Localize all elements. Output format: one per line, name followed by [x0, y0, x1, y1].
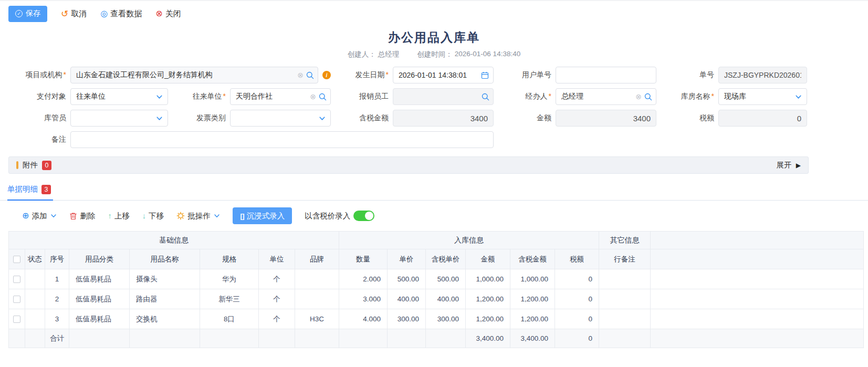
pay-target-select[interactable]	[70, 88, 168, 105]
pay-target-label: 支付对象	[8, 92, 70, 101]
cell-qty[interactable]: 2.000	[339, 269, 388, 289]
triangle-right-icon: ▶	[796, 162, 801, 169]
cell-row-remark[interactable]	[599, 269, 651, 289]
chevron-down-icon[interactable]	[795, 93, 802, 100]
required-asterisk: *	[64, 70, 66, 79]
cell-name[interactable]: 交换机	[130, 309, 200, 329]
remark-input[interactable]	[70, 131, 494, 148]
cell-spec[interactable]: 新华三	[200, 289, 259, 309]
save-label: 保存	[26, 9, 40, 18]
cell-tax-amount[interactable]: 1,200.00	[510, 289, 555, 309]
col-qty: 数量	[339, 249, 388, 269]
info-icon[interactable]: i	[322, 71, 331, 79]
cell-price[interactable]: 500.00	[388, 269, 426, 289]
cell-amount[interactable]: 1,200.00	[466, 309, 510, 329]
keeper-field-cell: 库管员	[8, 110, 168, 127]
cell-category[interactable]: 低值易耗品	[69, 269, 130, 289]
cell-spec[interactable]: 8口	[200, 309, 259, 329]
cell-row-remark[interactable]	[599, 289, 651, 309]
cell-brand[interactable]	[295, 269, 339, 289]
detail-count-badge: 3	[41, 185, 51, 194]
save-button[interactable]: ✓ 保存	[8, 6, 47, 22]
user-no-input[interactable]	[556, 67, 656, 83]
row-checkbox[interactable]	[13, 276, 20, 283]
total-tax: 0	[555, 329, 599, 348]
add-row-button[interactable]: ⊕ 添加	[22, 211, 57, 221]
cell-price[interactable]: 300.00	[388, 309, 426, 329]
cell-name[interactable]: 路由器	[130, 289, 200, 309]
search-icon[interactable]	[644, 93, 652, 101]
cell-tax[interactable]: 0	[555, 289, 599, 309]
date-input[interactable]	[393, 67, 494, 83]
detail-table: 基础信息 入库信息 其它信息 状态 序号 用品分类 用品名称 规格 单位 品牌 …	[8, 231, 864, 348]
invoice-type-select[interactable]	[230, 110, 331, 127]
immersive-entry-button[interactable]: [ ] 沉浸式录入	[233, 207, 292, 224]
amount-field-cell: 金额	[494, 110, 656, 127]
tab-detail[interactable]: 单据明细 3	[7, 184, 53, 201]
move-up-button[interactable]: ↑ 上移	[108, 211, 129, 221]
chevron-down-icon[interactable]	[319, 115, 326, 122]
cell-tax[interactable]: 0	[555, 309, 599, 329]
row-checkbox[interactable]	[13, 296, 20, 303]
clear-icon[interactable]: ⊗	[297, 71, 304, 79]
attachment-bar[interactable]: 附件 0 展开 ▶	[8, 156, 809, 174]
delete-row-button[interactable]: 删除	[69, 211, 95, 221]
cell-tax-amount[interactable]: 1,000.00	[510, 269, 555, 289]
project-input[interactable]	[70, 67, 318, 83]
expand-button[interactable]: 展开 ▶	[777, 160, 801, 170]
cell-qty[interactable]: 3.000	[339, 289, 388, 309]
keeper-select[interactable]	[70, 110, 168, 127]
search-icon[interactable]	[482, 93, 489, 101]
cancel-button[interactable]: ↺ 取消	[61, 9, 87, 19]
keeper-label: 库管员	[8, 113, 70, 123]
cell-brand[interactable]: H3C	[295, 309, 339, 329]
tax-price-toggle[interactable]	[353, 211, 374, 221]
document-header: 办公用品入库单 创建人： 总经理 创建时间： 2026-01-06 14:38:…	[0, 29, 868, 59]
cell-tax-price[interactable]: 500.00	[426, 269, 466, 289]
cell-category[interactable]: 低值易耗品	[69, 289, 130, 309]
cell-category[interactable]: 低值易耗品	[69, 309, 130, 329]
creator-value: 总经理	[378, 50, 400, 59]
cell-tax-price[interactable]: 300.00	[426, 309, 466, 329]
cell-tax[interactable]: 0	[555, 269, 599, 289]
view-data-button[interactable]: ◎ 查看数据	[100, 9, 142, 19]
cell-spec[interactable]: 华为	[200, 269, 259, 289]
move-down-button[interactable]: ↓ 下移	[142, 211, 164, 221]
cell-unit[interactable]: 个	[259, 309, 295, 329]
clear-icon[interactable]: ⊗	[310, 92, 316, 101]
cell-brand[interactable]	[295, 289, 339, 309]
clear-icon[interactable]: ⊗	[635, 92, 642, 101]
col-unit: 单位	[259, 249, 295, 269]
page-title: 办公用品入库单	[0, 29, 868, 46]
eye-icon: ◎	[100, 9, 108, 18]
cell-price[interactable]: 400.00	[388, 289, 426, 309]
close-button[interactable]: ⊗ 关闭	[155, 9, 181, 19]
project-field-cell: 项目或机构* ⊗ i	[8, 67, 331, 83]
cell-row-remark[interactable]	[599, 309, 651, 329]
chevron-down-icon[interactable]	[156, 115, 163, 122]
cell-amount[interactable]: 1,000.00	[466, 269, 510, 289]
cell-name[interactable]: 摄像头	[130, 269, 200, 289]
cell-unit[interactable]: 个	[259, 269, 295, 289]
tax-incl-amount-field-cell: 含税金额	[331, 110, 494, 127]
select-all-checkbox[interactable]	[13, 256, 20, 263]
total-amount: 3,400.00	[466, 329, 510, 348]
calendar-icon[interactable]	[481, 71, 489, 79]
search-icon[interactable]	[306, 71, 314, 79]
cell-qty[interactable]: 4.000	[339, 309, 388, 329]
plus-circle-icon: ⊕	[22, 212, 29, 220]
total-tax-amount: 3,400.00	[510, 329, 555, 348]
cell-tax-amount[interactable]: 1,200.00	[510, 309, 555, 329]
batch-operation-button[interactable]: 批操作	[176, 211, 221, 221]
counterparty-label: 往来单位	[193, 92, 222, 100]
row-checkbox[interactable]	[13, 316, 20, 323]
cell-unit[interactable]: 个	[259, 289, 295, 309]
cell-amount[interactable]: 1,200.00	[466, 289, 510, 309]
chevron-down-icon[interactable]	[156, 93, 163, 100]
check-circle-icon: ✓	[15, 10, 23, 17]
tax-price-toggle-label: 以含税价录入	[305, 211, 350, 221]
search-icon[interactable]	[319, 93, 327, 101]
cell-tax-price[interactable]: 400.00	[426, 289, 466, 309]
warehouse-select[interactable]	[718, 88, 807, 105]
col-price: 单价	[388, 249, 426, 269]
